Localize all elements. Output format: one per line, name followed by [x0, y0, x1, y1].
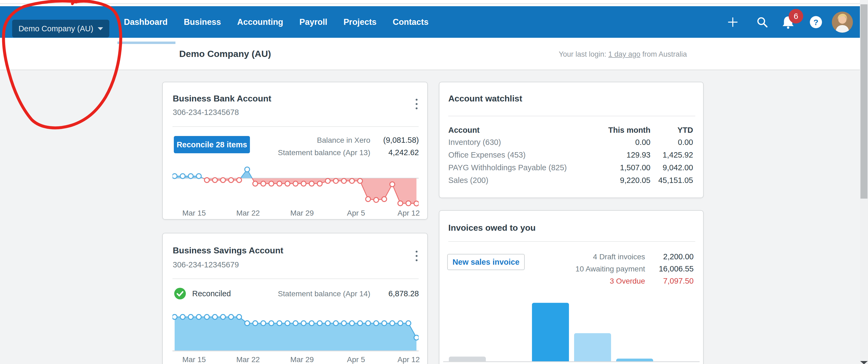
reconcile-button[interactable]: Reconcile 28 items: [174, 136, 250, 153]
invoice-summary-row: 10 Awaiting payment16,006.55: [576, 264, 694, 274]
card-title: Invoices owed to you: [448, 223, 536, 233]
status-badge: Reconciled: [192, 289, 231, 298]
watchlist-table-body: Inventory (630)0.000.00Office Expenses (…: [448, 136, 693, 187]
chevron-down-icon: [98, 27, 103, 30]
bank-chart-x-axis: Mar 15Mar 22Mar 29Apr 5Apr 12: [173, 209, 418, 219]
watchlist-header-row: Account This month YTD: [448, 124, 693, 136]
watchlist-row: PAYG Withholdings Payable (825)1,507.009…: [448, 161, 693, 174]
invoice-row-value: 16,006.55: [645, 264, 694, 273]
watchlist-account-name: PAYG Withholdings Payable (825): [448, 163, 583, 172]
last-login-link[interactable]: 1 day ago: [608, 50, 641, 58]
invoice-summary-row: 3 Overdue7,097.50: [576, 276, 694, 286]
nav-item-accounting[interactable]: Accounting: [237, 17, 283, 27]
search-button[interactable]: [750, 6, 774, 38]
x-tick-label: Mar 15: [182, 355, 206, 364]
savings-balance-rows: Statement balance (Apr 14) 6,878.28: [278, 289, 419, 299]
watchlist-ytd-value: 1,425.92: [650, 151, 693, 160]
avatar-photo-icon: [832, 11, 853, 33]
bank-balance-rows: Balance in Xero(9,081.58)Statement balan…: [278, 135, 419, 158]
invoice-row-value: 7,097.50: [645, 276, 694, 286]
card-title: Business Savings Account: [173, 245, 283, 256]
watchlist-this-month-value: 0.00: [583, 138, 650, 147]
balance-value: (9,081.58): [370, 136, 419, 145]
watchlist-account-name: Sales (200): [448, 176, 583, 185]
active-tab-indicator: [117, 41, 176, 44]
page-title: Demo Company (AU): [179, 48, 271, 59]
create-new-button[interactable]: [721, 6, 745, 38]
watchlist-this-month-value: 1,507.00: [583, 163, 650, 172]
account-number: 306-234-12345679: [173, 260, 239, 269]
last-login-status: Your last login: 1 day ago from Australi…: [559, 50, 687, 59]
watchlist-ytd-value: 45,151.05: [650, 176, 693, 185]
column-header-ytd: YTD: [650, 126, 693, 135]
org-selector-button[interactable]: Demo Company (AU): [12, 20, 109, 37]
balance-value: 4,242.62: [370, 148, 419, 157]
notification-count-badge[interactable]: 6: [789, 9, 803, 24]
search-icon: [756, 16, 768, 28]
card-title: Business Bank Account: [173, 94, 271, 104]
nav-item-business[interactable]: Business: [184, 17, 221, 27]
column-header-this-month: This month: [583, 126, 650, 135]
x-tick-label: Mar 22: [236, 355, 260, 364]
x-tick-label: Apr 5: [347, 355, 365, 364]
invoices-owed-card: Invoices owed to you New sales invoice 4…: [439, 210, 704, 364]
balance-row: Statement balance (Apr 14) 6,878.28: [278, 289, 419, 299]
plus-icon: [727, 17, 738, 28]
reconciled-status: Reconciled: [174, 287, 231, 300]
invoices-bar-chart: [443, 297, 700, 363]
browser-top-strip: [0, 0, 868, 6]
new-sales-invoice-button[interactable]: New sales invoice: [447, 254, 525, 270]
svg-text:?: ?: [813, 18, 818, 27]
card-divider: [173, 278, 418, 279]
balance-label: Statement balance (Apr 14): [278, 290, 370, 298]
scroll-down-arrow-icon[interactable]: [860, 361, 868, 364]
check-circle-icon: [174, 287, 186, 300]
avatar-image: [832, 11, 853, 33]
scrollbar-thumb[interactable]: [861, 4, 867, 199]
watchlist-row: Office Expenses (453)129.931,425.92: [448, 149, 693, 161]
card-divider: [173, 126, 418, 127]
watchlist-row: Inventory (630)0.000.00: [448, 136, 693, 149]
savings-chart-x-axis: Mar 15Mar 22Mar 29Apr 5Apr 12: [173, 355, 418, 364]
nav-item-payroll[interactable]: Payroll: [299, 17, 327, 27]
help-button[interactable]: ?: [804, 6, 828, 38]
nav-item-contacts[interactable]: Contacts: [393, 17, 429, 27]
balance-row: Balance in Xero(9,081.58): [278, 135, 419, 145]
invoice-summary-rows: 4 Draft invoices2,200.0010 Awaiting paym…: [576, 252, 694, 286]
kebab-menu-icon[interactable]: [411, 96, 422, 111]
column-header-account: Account: [448, 126, 583, 135]
org-selector-label: Demo Company (AU): [18, 24, 93, 33]
watchlist-account-name: Office Expenses (453): [448, 151, 583, 160]
invoice-row-label[interactable]: 3 Overdue: [610, 277, 645, 286]
invoice-row-value: 2,200.00: [645, 252, 694, 261]
kebab-menu-icon[interactable]: [411, 248, 422, 263]
question-mark-icon: ?: [809, 15, 823, 29]
x-tick-label: Mar 22: [236, 209, 260, 218]
card-title: Account watchlist: [448, 94, 522, 104]
watchlist-this-month-value: 9,220.05: [583, 176, 650, 185]
savings-account-card: Business Savings Account 306-234-1234567…: [162, 233, 428, 364]
balance-row: Statement balance (Apr 13)4,242.62: [278, 147, 419, 158]
nav-item-projects[interactable]: Projects: [344, 17, 376, 27]
dashboard-content-background: [0, 70, 860, 364]
x-tick-label: Apr 12: [398, 209, 420, 218]
account-watchlist-card: Account watchlist Account This month YTD…: [439, 82, 704, 198]
watchlist-row: Sales (200)9,220.0545,151.05: [448, 174, 693, 187]
x-tick-label: Apr 12: [398, 355, 420, 364]
user-avatar[interactable]: [832, 6, 853, 38]
x-tick-label: Apr 5: [347, 209, 365, 218]
invoice-row-label: 4 Draft invoices: [593, 253, 645, 261]
nav-item-dashboard[interactable]: Dashboard: [124, 17, 167, 27]
last-login-prefix: Your last login:: [559, 50, 608, 58]
nav-menu: Dashboard Business Accounting Payroll Pr…: [124, 6, 429, 38]
x-tick-label: Mar 29: [290, 355, 314, 364]
savings-balance-chart: [173, 311, 418, 353]
watchlist-ytd-value: 9,042.00: [650, 163, 693, 172]
bank-balance-chart: [173, 162, 418, 209]
watchlist-ytd-value: 0.00: [650, 138, 693, 147]
invoice-summary-row: 4 Draft invoices2,200.00: [576, 252, 694, 262]
watchlist-table: Account This month YTD Inventory (630)0.…: [448, 124, 693, 187]
x-tick-label: Mar 29: [290, 209, 314, 218]
balance-label: Balance in Xero: [317, 136, 370, 145]
invoice-row-label: 10 Awaiting payment: [576, 265, 645, 273]
